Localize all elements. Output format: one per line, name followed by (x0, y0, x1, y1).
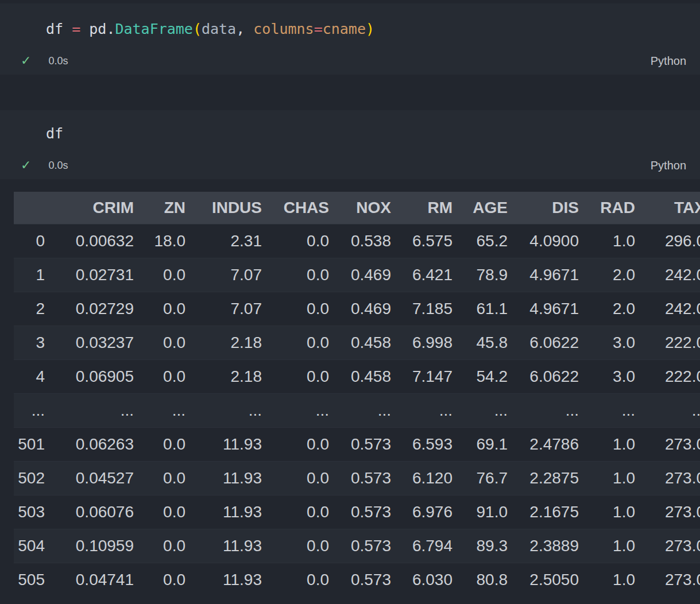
table-row: 40.069050.02.180.00.4587.14754.26.06223.… (14, 360, 700, 394)
code-cell-df-display: df ✓ 0.0s Python (0, 110, 700, 179)
row-index-cell: 502 (14, 462, 55, 495)
code-token: cname (323, 21, 366, 37)
code-token: df (46, 125, 63, 142)
table-cell: 91.0 (463, 495, 518, 529)
table-cell: 0.0 (144, 292, 196, 326)
cell-status-bar: ✓ 0.0s Python (0, 156, 700, 175)
table-cell: 0.0 (272, 563, 339, 597)
table-cell: 3.0 (589, 326, 645, 360)
column-header-rad: RAD (589, 192, 645, 224)
table-row: 5040.109590.011.930.00.5736.79489.32.388… (14, 529, 700, 563)
table-cell: ... (196, 394, 272, 428)
table-cell: 0.0 (272, 428, 339, 462)
column-header-age: AGE (463, 192, 518, 224)
table-cell: 6.976 (401, 495, 463, 529)
code-token: ( (193, 21, 202, 37)
table-cell: 0.0 (144, 428, 196, 462)
table-cell: 2.1675 (518, 495, 589, 529)
table-row: 5030.060760.011.930.00.5736.97691.02.167… (14, 495, 700, 529)
table-cell: 69.1 (463, 428, 518, 462)
table-cell: 6.593 (401, 428, 463, 462)
table-cell: ... (518, 394, 589, 428)
row-index-cell: 3 (14, 326, 55, 360)
table-cell: 1.0 (589, 563, 645, 597)
table-cell: 11.93 (196, 428, 272, 462)
table-cell: ... (55, 394, 144, 428)
row-index-cell: 505 (14, 563, 55, 597)
execution-time: 0.0s (48, 55, 68, 67)
table-cell: 6.0622 (518, 360, 589, 394)
notebook: df = pd.DataFrame(data, columns=cname) ✓… (0, 0, 700, 597)
cell-language-picker[interactable]: Python (651, 159, 686, 172)
dataframe-output[interactable]: CRIMZNINDUSCHASNOXRMAGEDISRADTAX00.00632… (0, 192, 700, 597)
column-header-crim: CRIM (55, 192, 144, 224)
code-editor-line[interactable]: df (0, 125, 700, 142)
table-cell: 2.0 (589, 258, 645, 292)
code-token: = (314, 21, 323, 37)
table-cell: 1.0 (589, 428, 645, 462)
column-header-indus: INDUS (196, 192, 272, 224)
row-index-cell: 0 (14, 224, 55, 258)
code-editor-line[interactable]: df = pd.DataFrame(data, columns=cname) (0, 21, 700, 38)
table-header-row: CRIMZNINDUSCHASNOXRMAGEDISRADTAX (14, 192, 700, 224)
table-cell: 0.0 (144, 462, 196, 495)
table-cell: 0.0 (272, 462, 339, 495)
table-cell: 0.0 (144, 326, 196, 360)
table-cell: 2.0 (589, 292, 645, 326)
table-cell: 6.030 (401, 563, 463, 597)
column-header-nox: NOX (339, 192, 401, 224)
table-cell: 242.0 (645, 258, 700, 292)
table-cell: 273.0 (645, 495, 700, 529)
table-cell: 6.998 (401, 326, 463, 360)
table-cell: 2.31 (196, 224, 272, 258)
table-cell: 0.0 (144, 529, 196, 563)
table-cell: 78.9 (463, 258, 518, 292)
table-cell: 273.0 (645, 462, 700, 495)
table-row: 00.0063218.02.310.00.5386.57565.24.09001… (14, 224, 700, 258)
table-cell: 89.3 (463, 529, 518, 563)
table-cell: 242.0 (645, 292, 700, 326)
code-token: pd (89, 21, 106, 37)
table-cell: 18.0 (144, 224, 196, 258)
table-cell: 0.573 (339, 462, 401, 495)
table-cell: 7.07 (196, 258, 272, 292)
table-cell: ... (645, 394, 700, 428)
table-cell: 0.573 (339, 529, 401, 563)
table-cell: 0.573 (339, 495, 401, 529)
row-index-cell: 4 (14, 360, 55, 394)
cell-status-bar: ✓ 0.0s Python (0, 52, 700, 70)
table-cell: 0.04741 (55, 563, 144, 597)
table-cell: 80.8 (463, 563, 518, 597)
table-cell: 54.2 (463, 360, 518, 394)
table-cell: 2.3889 (518, 529, 589, 563)
code-token: . (106, 21, 115, 37)
table-cell: 6.421 (401, 258, 463, 292)
table-cell: 0.0 (272, 326, 339, 360)
table-cell: 7.147 (401, 360, 463, 394)
row-index-cell: 2 (14, 292, 55, 326)
table-cell: 0.0 (272, 258, 339, 292)
table-cell: 0.02731 (55, 258, 144, 292)
table-cell: 1.0 (589, 224, 645, 258)
table-cell: 1.0 (589, 495, 645, 529)
table-cell: 0.0 (144, 495, 196, 529)
table-cell: 11.93 (196, 495, 272, 529)
table-cell: 0.0 (144, 258, 196, 292)
table-cell: 0.10959 (55, 529, 144, 563)
table-cell: 0.02729 (55, 292, 144, 326)
table-cell: 65.2 (463, 224, 518, 258)
table-cell: 76.7 (463, 462, 518, 495)
table-cell: 2.18 (196, 360, 272, 394)
table-cell: 0.458 (339, 326, 401, 360)
table-cell: ... (339, 394, 401, 428)
table-cell: 11.93 (196, 529, 272, 563)
cell-language-picker[interactable]: Python (651, 55, 686, 68)
table-cell: 45.8 (463, 326, 518, 360)
table-cell: 0.573 (339, 563, 401, 597)
table-row: 5020.045270.011.930.00.5736.12076.72.287… (14, 462, 700, 495)
success-check-icon: ✓ (21, 159, 31, 172)
row-index-cell: 1 (14, 258, 55, 292)
table-cell: 0.469 (339, 258, 401, 292)
table-cell: 0.0 (272, 360, 339, 394)
table-cell: 11.93 (196, 563, 272, 597)
